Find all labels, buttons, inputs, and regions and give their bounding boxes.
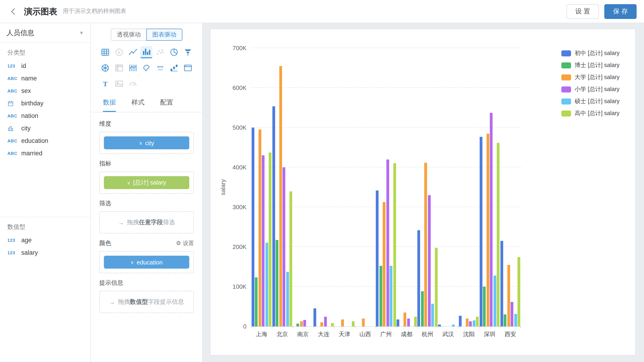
bar[interactable] xyxy=(424,162,427,326)
bar[interactable] xyxy=(262,155,264,326)
bar[interactable] xyxy=(511,302,514,326)
field-item-name[interactable]: ABCname xyxy=(0,72,90,85)
bar[interactable] xyxy=(452,324,455,326)
bar[interactable] xyxy=(480,137,482,326)
legend-item[interactable]: 博士 [总计] salary xyxy=(561,62,620,69)
field-item-married[interactable]: ABCmarried xyxy=(0,147,90,159)
bar-chart-icon[interactable] xyxy=(140,46,152,58)
bar[interactable] xyxy=(518,257,520,326)
dimension-dropzone[interactable]: ∨ city xyxy=(99,132,194,154)
wordcloud-chart-icon[interactable]: wordcloud xyxy=(154,62,166,74)
bar[interactable] xyxy=(286,272,289,326)
field-item-age[interactable]: 123age xyxy=(0,234,90,246)
radar-chart-icon[interactable] xyxy=(99,62,111,74)
tooltip-dropzone[interactable]: → 拖拽数值型字段提示信息 xyxy=(99,291,194,313)
bar[interactable] xyxy=(421,291,424,326)
bar[interactable] xyxy=(417,230,420,326)
bar[interactable] xyxy=(404,312,406,326)
filter-dropzone[interactable]: → 拖拽任意字段筛选 xyxy=(99,211,194,234)
bar[interactable] xyxy=(431,304,434,326)
bar[interactable] xyxy=(459,316,462,326)
back-button[interactable] xyxy=(8,5,20,17)
bar[interactable] xyxy=(414,316,417,326)
bar[interactable] xyxy=(300,321,302,326)
legend-item[interactable]: 高中 [总计] salary xyxy=(561,110,620,117)
color-dropzone[interactable]: ∨ education xyxy=(99,251,194,273)
bar[interactable] xyxy=(376,191,378,326)
tab-data[interactable]: 数据 xyxy=(103,94,116,112)
field-item-salary[interactable]: 123salary xyxy=(0,246,90,259)
bar[interactable] xyxy=(476,316,479,326)
color-settings-button[interactable]: ⚙ 设置 xyxy=(176,239,194,247)
bar[interactable] xyxy=(494,276,496,326)
tab-style[interactable]: 样式 xyxy=(132,94,144,112)
line-chart-icon[interactable] xyxy=(127,46,139,58)
bar[interactable] xyxy=(473,320,476,326)
field-item-education[interactable]: ABCeducation xyxy=(0,134,90,147)
settings-button[interactable]: 设 置 xyxy=(566,4,599,19)
parallel-chart-icon[interactable] xyxy=(127,62,139,74)
funnel-chart-icon[interactable] xyxy=(182,46,194,58)
bar[interactable] xyxy=(279,66,282,326)
bar[interactable] xyxy=(393,163,396,326)
bar[interactable] xyxy=(251,128,254,326)
bar[interactable] xyxy=(466,318,468,326)
bar[interactable] xyxy=(303,320,306,326)
bar[interactable] xyxy=(386,159,389,326)
bar[interactable] xyxy=(396,319,399,326)
frame-chart-icon[interactable] xyxy=(182,62,194,74)
text-chart-icon[interactable]: T xyxy=(99,78,111,90)
pie-chart-icon[interactable] xyxy=(168,46,180,58)
bar[interactable] xyxy=(324,316,327,326)
bar[interactable] xyxy=(314,309,316,326)
bar[interactable] xyxy=(469,321,472,326)
bar[interactable] xyxy=(379,266,382,326)
bar[interactable] xyxy=(296,324,299,326)
bar[interactable] xyxy=(282,167,285,326)
chevron-down-icon[interactable]: ▼ xyxy=(79,30,84,36)
save-button[interactable]: 保 存 xyxy=(604,4,636,19)
bar[interactable] xyxy=(320,322,324,326)
bar[interactable] xyxy=(362,318,365,326)
bar[interactable] xyxy=(272,107,275,326)
bar[interactable] xyxy=(265,243,268,326)
bar[interactable] xyxy=(407,318,410,326)
bar[interactable] xyxy=(435,248,438,326)
bar[interactable] xyxy=(486,134,489,326)
bar[interactable] xyxy=(255,277,258,326)
bar[interactable] xyxy=(352,321,354,326)
field-item-city[interactable]: city xyxy=(0,122,90,134)
bar[interactable] xyxy=(438,324,441,326)
bar[interactable] xyxy=(276,240,278,326)
legend-item[interactable]: 大学 [总计] salary xyxy=(561,74,620,81)
field-item-sex[interactable]: ABCsex xyxy=(0,85,90,97)
bar[interactable] xyxy=(383,202,386,326)
mode-tab-pivot-mode[interactable]: 透视驱动 xyxy=(111,29,147,41)
tab-config[interactable]: 配置 xyxy=(160,94,173,112)
field-item-nation[interactable]: ABCnation xyxy=(0,110,90,122)
field-item-birthday[interactable]: birthday xyxy=(0,97,90,110)
legend-item[interactable]: 小学 [总计] salary xyxy=(561,86,620,93)
bar[interactable] xyxy=(490,113,493,326)
measure-pill-salary[interactable]: ∨ [总计] salary xyxy=(104,176,189,189)
legend-item[interactable]: 硕士 [总计] salary xyxy=(561,98,620,105)
bar[interactable] xyxy=(483,287,486,326)
dimension-pill-city[interactable]: ∨ city xyxy=(104,136,189,149)
bar[interactable] xyxy=(290,191,292,326)
color-pill-education[interactable]: ∨ education xyxy=(104,256,189,269)
mode-tab-chart-mode[interactable]: 图表驱动 xyxy=(146,29,182,41)
bar[interactable] xyxy=(342,319,344,326)
bar[interactable] xyxy=(500,241,503,326)
bar[interactable] xyxy=(258,130,261,326)
legend-item[interactable]: 初中 [总计] salary xyxy=(561,50,620,57)
table-chart-icon[interactable] xyxy=(99,46,111,58)
bar[interactable] xyxy=(507,265,510,326)
bar[interactable] xyxy=(390,266,392,326)
waterfall-chart-icon[interactable] xyxy=(168,62,180,74)
bar[interactable] xyxy=(269,152,272,326)
bar[interactable] xyxy=(497,143,500,326)
field-item-id[interactable]: 123id xyxy=(0,60,90,72)
bar[interactable] xyxy=(428,195,430,326)
measure-dropzone[interactable]: ∨ [总计] salary xyxy=(99,171,194,194)
map-chart-icon[interactable] xyxy=(140,62,152,74)
